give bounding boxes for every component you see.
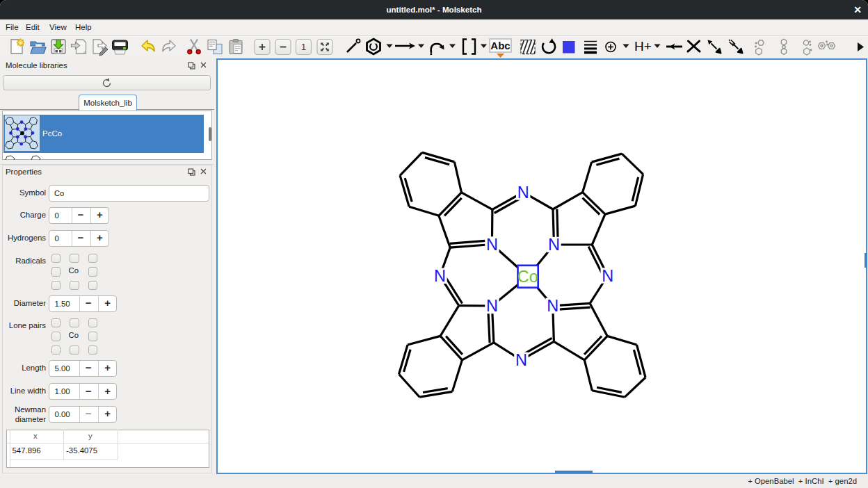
svg-text:1: 1	[301, 42, 307, 52]
svg-text:N: N	[547, 297, 558, 315]
svg-text:N: N	[434, 267, 446, 285]
svg-text:N: N	[486, 236, 498, 254]
svg-text:Abc: Abc	[490, 40, 510, 51]
svg-text:N: N	[517, 184, 529, 202]
svg-text:N: N	[486, 297, 498, 315]
svg-text:H+: H+	[634, 39, 652, 54]
svg-text:N: N	[548, 236, 560, 254]
svg-text:Co: Co	[517, 268, 538, 286]
svg-text:N: N	[515, 351, 527, 369]
svg-text:N: N	[602, 267, 613, 285]
